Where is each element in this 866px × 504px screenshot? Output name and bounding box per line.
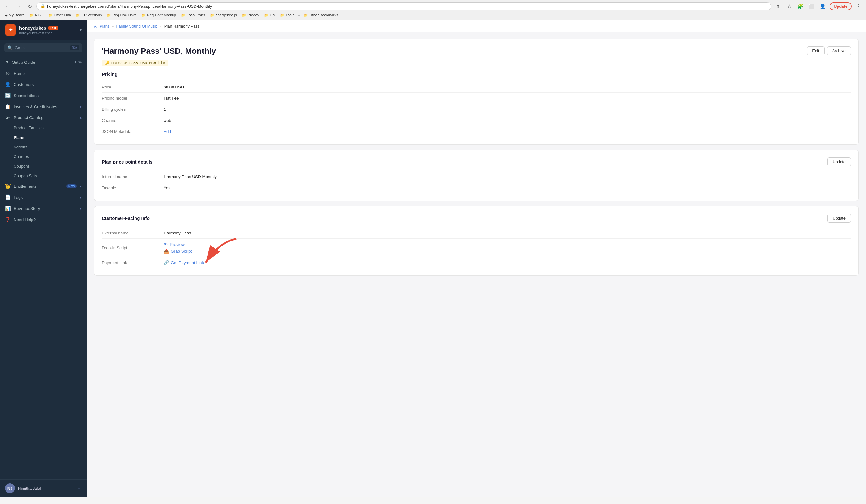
bookmark-predev[interactable]: 📁 Predev [240,12,261,18]
bookmark-myboard[interactable]: ◆ My Board [3,12,26,18]
sidebar-item-coupon-sets[interactable]: Coupon Sets [0,171,87,181]
bookmark-ga[interactable]: 📁 GA [262,12,277,18]
sidebar-item-revenuestory-label: RevenueStory [14,206,77,211]
bookmark-ga-label: GA [270,13,275,17]
pricing-model-value: Flat Fee [164,96,179,100]
logs-chevron-icon: ▾ [80,195,82,199]
sidebar-item-customers-label: Customers [14,82,82,87]
sidebar-item-need-help[interactable]: ❓ Need Help? ··· [0,214,87,225]
taxable-label: Taxable [102,186,164,190]
address-bar[interactable]: 🔒 honeydukes-test.chargebee.com/d/plans/… [36,2,771,10]
payment-link-label: Payment Link [102,260,164,265]
sidebar-item-charges[interactable]: Charges [0,152,87,161]
info-row-payment-link: Payment Link 🔗 Get Payment Link [102,257,851,268]
arrow-container: 🔗 Get Payment Link [164,260,204,265]
bookmark-separator: » [298,13,300,17]
sidebar-item-setup-guide[interactable]: ⚑ Setup Guide 0 % [0,57,87,68]
bookmark-regdoclinks-label: Reg Doc Links [112,13,136,17]
get-payment-link[interactable]: 🔗 Get Payment Link [164,260,204,265]
sidebar-item-plans[interactable]: Plans [0,133,87,142]
need-help-icon: ❓ [5,217,11,222]
grab-script-link[interactable]: 📥 Grab Script [164,249,192,254]
customer-facing-update-button[interactable]: Update [828,214,851,223]
sidebar-item-product-families[interactable]: Product Families [0,123,87,133]
breadcrumb-all-plans[interactable]: All Plans [94,24,110,29]
breadcrumb-sep-1: ● [112,25,114,27]
invoices-icon: 📋 [5,104,11,110]
back-button[interactable]: ← [3,2,12,11]
plan-price-point-info-grid: Internal name Harmony Pass USD Monthly T… [102,171,851,193]
id-badge-text: Harmony-Pass-USD-Monthly [111,61,165,65]
plan-price-point-update-button[interactable]: Update [828,157,851,166]
bookmark-localports[interactable]: 📁 Local Ports [179,12,207,18]
key-icon: 🔑 [105,61,110,65]
app-layout: ✦ honeydukes Test honeydukes-test.char..… [0,20,866,497]
bookmark-otherbookmarks[interactable]: 📁 Other Bookmarks [302,12,340,18]
test-badge: Test [48,26,58,30]
bookmark-otherlink-label: Other Link [54,13,71,17]
sidebar-org-name: honeydukes Test [19,25,80,31]
sidebar-item-coupons[interactable]: Coupons [0,161,87,171]
sidebar-item-product-catalog[interactable]: 🛍 Product Catalog ▴ [0,112,87,123]
responsive-button[interactable]: ⬜ [807,2,816,11]
nav-actions: ⬆ ☆ 🧩 ⬜ 👤 Update ⋮ [774,2,863,11]
setup-guide-label: Setup Guide [12,60,35,65]
sidebar-footer[interactable]: NJ Nimitha Jalal ··· [0,479,87,497]
sidebar-org-url: honeydukes-test.char... [19,31,80,35]
breadcrumb-current: Plan Harmony Pass [164,24,200,29]
bookmark-regdoclinks-icon: 📁 [107,13,111,17]
bookmark-tools[interactable]: 📁 Tools [278,12,296,18]
setup-guide-icon: ⚑ [5,60,9,65]
bookmark-button[interactable]: ☆ [785,2,793,11]
sidebar-item-home[interactable]: ⊙ Home [0,68,87,79]
profile-button[interactable]: 👤 [818,2,827,11]
bookmark-ngc[interactable]: 📁 NGC [27,12,45,18]
bookmark-chargebeejs-label: chargebee js [215,13,237,17]
sidebar-item-customers[interactable]: 👤 Customers [0,79,87,90]
bookmarks-bar: ◆ My Board 📁 NGC 📁 Other Link 📁 HP Versi… [3,12,863,18]
sidebar-item-logs[interactable]: 📄 Logs ▾ [0,192,87,203]
bookmark-hpversions-label: HP Versions [81,13,102,17]
sidebar-logo: ✦ [5,24,16,36]
bookmark-myboard-icon: ◆ [5,13,8,17]
sidebar-item-invoices[interactable]: 📋 Invoices & Credit Notes ▾ [0,101,87,112]
bookmark-chargebeejs-icon: 📁 [210,13,214,17]
sidebar-header[interactable]: ✦ honeydukes Test honeydukes-test.char..… [0,20,87,40]
edit-button[interactable]: Edit [807,46,824,55]
sidebar-nav: ⚑ Setup Guide 0 % ⊙ Home 👤 Customers 🔄 S… [0,55,87,479]
bookmark-reqconfmarkup[interactable]: 📁 Req Conf Markup [140,12,178,18]
preview-link[interactable]: 👁 Preview [164,242,192,247]
extensions-button[interactable]: 🧩 [796,2,805,11]
pricing-section-title: Pricing [102,71,851,77]
bookmark-chargebeejs[interactable]: 📁 chargebee js [208,12,239,18]
payment-link-icon: 🔗 [164,260,169,265]
customer-facing-info-grid: External name Harmony Pass Drop-in Scrip… [102,227,851,268]
json-metadata-value[interactable]: Add [164,129,171,134]
bookmark-hpversions[interactable]: 📁 HP Versions [74,12,104,18]
sidebar-search[interactable]: 🔍 Go to ⌘ K [4,43,82,52]
sidebar-item-addons[interactable]: Addons [0,142,87,152]
bookmark-otherlink[interactable]: 📁 Other Link [46,12,73,18]
grab-script-link-label: Grab Script [171,249,192,254]
bookmark-ga-icon: 📁 [264,13,268,17]
product-catalog-icon: 🛍 [5,115,11,120]
forward-button[interactable]: → [14,2,23,11]
entitlements-new-badge: NEW [67,184,77,188]
sidebar-item-revenuestory[interactable]: 📊 RevenueStory ▾ [0,203,87,214]
customer-facing-card: Customer-Facing Info Update External nam… [94,206,858,276]
subscriptions-icon: 🔄 [5,93,11,98]
revenuestory-chevron-icon: ▾ [80,206,82,211]
entitlements-icon: 👑 [5,183,11,189]
reload-button[interactable]: ↻ [25,2,34,11]
archive-button[interactable]: Archive [827,46,851,55]
taxable-value: Yes [164,186,170,190]
chrome-update-button[interactable]: Update [830,2,852,10]
sidebar-item-subscriptions[interactable]: 🔄 Subscriptions [0,90,87,101]
url-text: honeydukes-test.chargebee.com/d/plans/Ha… [47,4,212,9]
sidebar-item-need-help-label: Need Help? [14,217,76,222]
share-button[interactable]: ⬆ [774,2,782,11]
bookmark-regdoclinks[interactable]: 📁 Reg Doc Links [105,12,138,18]
menu-button[interactable]: ⋮ [854,2,863,11]
sidebar-item-entitlements[interactable]: 👑 Entitlements NEW ▾ [0,181,87,192]
breadcrumb-family[interactable]: Family Sound Of Music [116,24,157,29]
